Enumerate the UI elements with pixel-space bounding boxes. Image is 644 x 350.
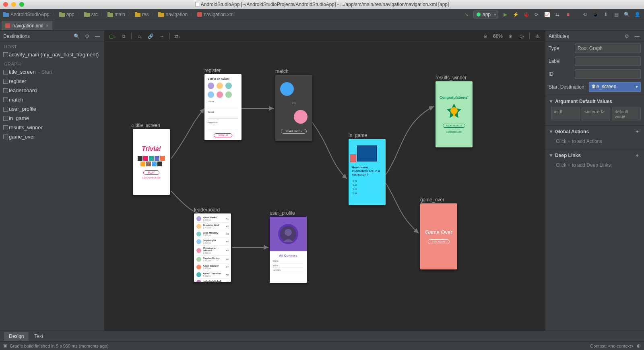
zoom-in-icon[interactable]: ⊕ — [507, 33, 514, 40]
gear-icon[interactable]: ⚙ — [83, 33, 91, 40]
type-field[interactable] — [575, 43, 641, 53]
auto-arrange-icon[interactable]: ⇄₊ — [174, 33, 181, 40]
leaderboard-row: Adam Sawyer1,400 pts#7 — [196, 263, 229, 271]
zoom-fit-icon[interactable]: ◎ — [518, 33, 525, 40]
warnings-icon[interactable]: ⚠ — [534, 33, 541, 40]
minimize-panel-icon[interactable]: — — [634, 33, 641, 40]
add-action-icon[interactable]: + — [634, 128, 641, 135]
node-in-game[interactable]: How many kilometers are in a marathon? ☐… — [349, 139, 386, 205]
canvas-toolbar: ▢₊ ⧉ ⌂ 🔗 → ⇄₊ ⊖ 68% ⊕ ◎ ⚠ — [105, 31, 545, 42]
debug-icon[interactable]: 🐞 — [522, 11, 530, 18]
action-icon[interactable]: → — [158, 33, 165, 40]
node-game-over[interactable]: Game Over TRY AGAIN — [420, 203, 457, 269]
node-label-user-profile: user_profile — [270, 210, 295, 216]
sync-icon[interactable]: ⟲ — [581, 11, 588, 18]
graph-item-game_over[interactable]: game_over — [0, 132, 104, 141]
folder-icon — [107, 12, 113, 17]
start-destination-select[interactable]: title_screen — [589, 82, 641, 92]
run-icon[interactable]: ▶ — [502, 11, 509, 18]
graph-item-leaderboard[interactable]: leaderboard — [0, 86, 104, 95]
avd-manager-icon[interactable]: 📱 — [592, 11, 599, 18]
svg-rect-3 — [59, 12, 62, 13]
stop-icon[interactable]: ■ — [564, 11, 572, 18]
nested-graph-icon[interactable]: ⧉ — [120, 33, 127, 40]
search-icon[interactable]: 🔍 — [623, 11, 630, 18]
node-user-profile[interactable]: Ali Connors Rank Wins Losses — [270, 217, 307, 283]
apply-changes-icon[interactable]: ⚡ — [512, 11, 519, 18]
tab-design[interactable]: Design — [4, 332, 29, 341]
minimize-panel-icon[interactable]: — — [94, 33, 101, 40]
node-title-screen[interactable]: Trivia! PLAY LEADERBOARD — [133, 129, 170, 195]
profiler-icon[interactable]: 📈 — [543, 11, 551, 18]
window-title: AndroidStudioApp [~/AndroidStudioProject… — [201, 2, 449, 7]
breadcrumb[interactable]: AndroidStudioApp〉 app〉 src〉 main〉 res〉 n… — [3, 11, 235, 18]
main-toolbar: AndroidStudioApp〉 app〉 src〉 main〉 res〉 n… — [0, 9, 644, 20]
node-results-winner[interactable]: Congratulations! NEXT MATCH LEADERBOARD — [436, 81, 473, 147]
svg-point-19 — [285, 229, 292, 236]
media-icons — [137, 156, 165, 166]
svg-point-16 — [450, 107, 458, 114]
minimize-window-icon[interactable] — [11, 2, 16, 7]
canvas[interactable]: ⌂ title_screen Trivia! PLAY LEADERBOARD … — [105, 42, 545, 331]
attach-debugger-icon[interactable]: ⇆ — [554, 11, 561, 18]
graph-item-register[interactable]: register — [0, 77, 104, 86]
sdk-manager-icon[interactable]: ⬇ — [602, 11, 609, 18]
leaderboard-row: Isabelle Mitchell1,400 pts#9 — [196, 279, 229, 282]
node-match[interactable]: VS START MATCH — [275, 75, 312, 141]
close-tab-icon[interactable]: × — [46, 23, 49, 29]
graph-item-title_screen[interactable]: title_screen - Start — [0, 67, 104, 77]
ide-status-icon[interactable]: ◐ — [637, 343, 641, 348]
graph-item-user_profile[interactable]: user_profile — [0, 104, 104, 114]
svg-rect-10 — [158, 13, 164, 17]
deep-links-section[interactable]: ▼Deep Links+ — [545, 149, 644, 162]
build-hammer-icon[interactable]: ↘ — [463, 11, 470, 18]
tab-text[interactable]: Text — [29, 332, 48, 341]
leaderboard-row: Cayden Mckay1,400 pts#6 — [196, 256, 229, 263]
close-window-icon[interactable] — [3, 2, 8, 7]
id-field[interactable] — [575, 69, 641, 79]
xml-file-icon — [197, 12, 202, 17]
host-item[interactable]: activity_main (my_nav_host_fragment) — [0, 50, 104, 59]
svg-rect-12 — [197, 12, 202, 17]
folder-icon — [3, 12, 9, 17]
folder-icon — [158, 12, 164, 17]
graph-item-in_game[interactable]: in_game — [0, 114, 104, 123]
svg-rect-17 — [453, 114, 455, 116]
argument-defaults-section[interactable]: ▼Argument Default Values — [545, 96, 644, 107]
home-icon[interactable]: ⌂ — [136, 33, 143, 40]
gear-icon[interactable]: ⚙ — [623, 33, 630, 40]
leaderboard-row: Ayden Christian1,400 pts#8 — [196, 271, 229, 279]
avatar-icon[interactable]: 👤 — [634, 11, 641, 18]
node-label-results: results_winner — [436, 75, 466, 81]
panel-title: Destinations — [3, 33, 30, 39]
node-register[interactable]: Select an Avatar Name Email Password SIG… — [204, 74, 242, 140]
destinations-panel: Destinations 🔍 ⚙ — HOST activity_main (m… — [0, 31, 105, 331]
nav-editor: ▢₊ ⧉ ⌂ 🔗 → ⇄₊ ⊖ 68% ⊕ ◎ ⚠ — [105, 31, 545, 331]
graph-item-results_winner[interactable]: results_winner — [0, 123, 104, 132]
svg-rect-2 — [59, 13, 65, 17]
node-leaderboard[interactable]: Violet Parks1,400 pts#1Brooklyn Wolf1,40… — [194, 213, 231, 282]
panel-title: Attributes — [549, 33, 569, 39]
file-tab-navigation[interactable]: navigation.xml × — [2, 21, 52, 30]
leaderboard-row: Jose Mccarty1,400 pts#3 — [196, 230, 229, 238]
zoom-window-icon[interactable] — [19, 2, 24, 7]
resource-manager-icon[interactable]: ▦ — [613, 11, 620, 18]
zoom-out-icon[interactable]: ⊖ — [482, 33, 489, 40]
svg-rect-5 — [84, 12, 87, 13]
node-label-game-over: game_over — [420, 197, 444, 203]
popcorn-icon — [350, 154, 356, 162]
search-icon[interactable]: 🔍 — [73, 33, 80, 40]
terminal-icon[interactable]: ▣ — [3, 343, 7, 348]
tv-icon — [357, 145, 377, 162]
new-destination-icon[interactable]: ▢₊ — [109, 33, 116, 40]
label-field[interactable] — [575, 56, 641, 66]
global-actions-section[interactable]: ▼Global Actions+ — [545, 125, 644, 138]
svg-rect-6 — [107, 13, 113, 17]
deeplink-icon[interactable]: 🔗 — [147, 33, 154, 40]
graph-item-match[interactable]: match — [0, 95, 104, 104]
coverage-icon[interactable]: ⟳ — [533, 11, 540, 18]
window-controls[interactable] — [3, 2, 24, 7]
add-deeplink-icon[interactable]: + — [634, 152, 641, 159]
folder-icon — [59, 12, 65, 17]
run-config-select[interactable]: app — [473, 10, 498, 19]
